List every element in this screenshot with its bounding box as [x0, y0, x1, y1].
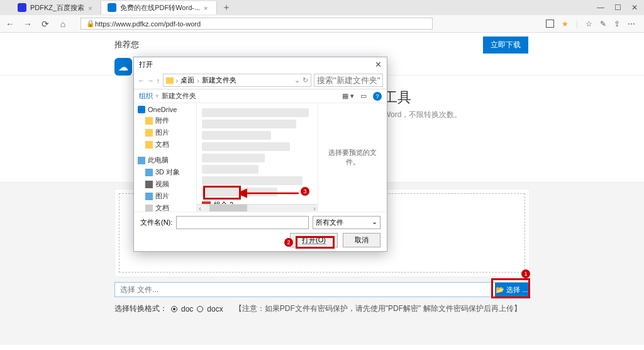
- new-tab-button[interactable]: ＋: [217, 2, 236, 13]
- nav-back-icon[interactable]: ←: [138, 77, 145, 84]
- tree-pic2[interactable]: 图片: [134, 190, 196, 202]
- file-area: 组合 2 ‹ › 选择要预览的文件。: [197, 103, 387, 212]
- preview-pane: 选择要预览的文件。: [318, 103, 387, 212]
- dialog-search[interactable]: [314, 74, 383, 87]
- cloud-icon: ☁: [114, 58, 132, 76]
- file-select-row: 📂 选择 ...: [114, 282, 530, 297]
- url-text: https://www.pdfkz.com/pdf-to-word: [95, 20, 201, 28]
- minimize-icon[interactable]: —: [597, 3, 604, 12]
- path-box[interactable]: › 桌面 › 新建文件夹 ⌄ ↻: [163, 74, 312, 87]
- tree-attach[interactable]: 附件: [134, 115, 196, 127]
- dialog-titlebar: 打开 ✕: [134, 57, 387, 72]
- dialog-body: OneDrive 附件 图片 文档 此电脑 3D 对象 视频 图片 文档 下载 …: [134, 103, 387, 212]
- forward-icon[interactable]: →: [21, 19, 34, 29]
- folder-icon: [166, 77, 174, 84]
- download-button[interactable]: 立即下载: [483, 37, 528, 54]
- format-label: 选择转换格式：: [114, 303, 167, 314]
- tree-doc2[interactable]: 文档: [134, 202, 196, 212]
- badge-3: 3: [301, 187, 309, 196]
- hero-title: 工具: [384, 88, 411, 107]
- address-bar[interactable]: 🔒 https://www.pdfkz.com/pdf-to-word: [80, 18, 433, 30]
- tab-label: 免费的在线PDF转Word-...: [120, 3, 200, 13]
- scrollbar-thumb[interactable]: [209, 205, 247, 212]
- favicon-icon: [108, 3, 116, 12]
- organize-menu[interactable]: 组织: [139, 91, 153, 101]
- home-icon[interactable]: ⌂: [57, 19, 69, 29]
- chevron-down-icon[interactable]: ⌄: [294, 76, 300, 84]
- format-row: 选择转换格式： doc docx 【注意：如果PDF文件有密码保护，请先使用"P…: [114, 303, 521, 314]
- opt-doc: doc: [181, 305, 193, 313]
- dialog-close-icon[interactable]: ✕: [375, 60, 382, 69]
- dialog-bottom: 文件名(N): 所有文件⌄ 打开(O) 取消: [134, 212, 387, 251]
- hero-subtitle: Word，不限转换次数。: [384, 110, 462, 120]
- radio-docx[interactable]: [197, 306, 203, 312]
- favorite-icon[interactable]: ★: [562, 20, 569, 28]
- tab-label: PDFKZ_百度搜索: [30, 3, 84, 13]
- window-close-icon[interactable]: ✕: [631, 3, 638, 12]
- crumb-desktop[interactable]: 桌面: [180, 76, 194, 85]
- close-icon[interactable]: ×: [88, 4, 94, 11]
- crumb-newfolder[interactable]: 新建文件夹: [202, 76, 236, 85]
- badge-2: 2: [284, 238, 293, 247]
- page-body: 推荐您 立即下载 ☁ 工具 Word，不限转换次数。 📂 选择 ... 选择转换…: [0, 33, 644, 345]
- radio-doc[interactable]: [171, 306, 177, 312]
- choose-label: 选择 ...: [506, 285, 528, 295]
- view-icon[interactable]: ▦ ▾: [342, 92, 354, 101]
- annotate-icon[interactable]: ✎: [600, 20, 606, 28]
- nav-up-icon[interactable]: ↑: [157, 77, 160, 84]
- opt-docx: docx: [207, 305, 223, 313]
- note-text: 【注意：如果PDF文件有密码保护，请先使用"PDF解密" 解除文件密码保护后再上…: [235, 303, 521, 314]
- dialog-nav: ← → ↑ › 桌面 › 新建文件夹 ⌄ ↻: [134, 72, 387, 89]
- maximize-icon[interactable]: ☐: [614, 3, 621, 12]
- back-icon[interactable]: ←: [4, 19, 16, 29]
- tree-onedrive[interactable]: OneDrive: [134, 104, 196, 115]
- close-icon[interactable]: ×: [204, 4, 210, 11]
- file-path-input[interactable]: [115, 283, 495, 296]
- file-open-dialog: 打开 ✕ ← → ↑ › 桌面 › 新建文件夹 ⌄ ↻ 组织 ▾ 新建文件夹: [133, 57, 387, 252]
- newfolder-button[interactable]: 新建文件夹: [162, 91, 196, 101]
- file-list[interactable]: 组合 2 ‹ ›: [197, 103, 318, 212]
- favicon-icon: [18, 3, 26, 12]
- choose-file-button[interactable]: 📂 选择 ...: [495, 283, 529, 296]
- tree-doc[interactable]: 文档: [134, 138, 196, 150]
- recommend-label: 推荐您: [114, 39, 139, 50]
- more-icon[interactable]: ⋯: [628, 20, 635, 28]
- folder-open-icon: 📂: [496, 286, 504, 294]
- tree-video[interactable]: 视频: [134, 178, 196, 190]
- folder-tree: OneDrive 附件 图片 文档 此电脑 3D 对象 视频 图片 文档 下载 …: [134, 103, 197, 212]
- badge-1: 1: [521, 269, 530, 278]
- dialog-title: 打开: [139, 60, 153, 69]
- lock-icon: 🔒: [86, 20, 95, 28]
- preview-icon[interactable]: ▭: [360, 92, 367, 101]
- share-icon[interactable]: ⇪: [614, 20, 620, 28]
- tree-3d[interactable]: 3D 对象: [134, 166, 196, 178]
- cancel-button[interactable]: 取消: [343, 233, 380, 247]
- placeholder-icon: [3, 4, 10, 11]
- refresh-icon[interactable]: ⟳: [39, 19, 52, 29]
- favorites-icon[interactable]: ☆: [586, 20, 592, 28]
- chevron-down-icon: ⌄: [372, 218, 377, 227]
- reading-icon[interactable]: [546, 20, 554, 28]
- tree-pic[interactable]: 图片: [134, 127, 196, 138]
- dialog-toolbar: 组织 ▾ 新建文件夹 ▦ ▾ ▭ ?: [134, 89, 387, 103]
- filename-label: 文件名(N):: [140, 218, 172, 227]
- tab-baidu[interactable]: PDFKZ_百度搜索 ×: [11, 1, 101, 14]
- open-button[interactable]: 打开(O): [290, 233, 338, 247]
- help-icon[interactable]: ?: [373, 92, 382, 101]
- tab-pdfkz[interactable]: 免费的在线PDF转Word-... ×: [101, 1, 217, 14]
- nav-fwd-icon[interactable]: →: [147, 77, 154, 84]
- address-bar-row: ← → ⟳ ⌂ 🔒 https://www.pdfkz.com/pdf-to-w…: [0, 15, 644, 33]
- tree-pc[interactable]: 此电脑: [134, 154, 196, 166]
- filetype-select[interactable]: 所有文件⌄: [313, 216, 380, 229]
- preview-text: 选择要预览的文件。: [325, 148, 380, 167]
- browser-tab-strip: PDFKZ_百度搜索 × 免费的在线PDF转Word-... × ＋ — ☐ ✕: [0, 0, 644, 15]
- filename-input[interactable]: [176, 216, 309, 229]
- path-refresh-icon[interactable]: ↻: [303, 76, 308, 84]
